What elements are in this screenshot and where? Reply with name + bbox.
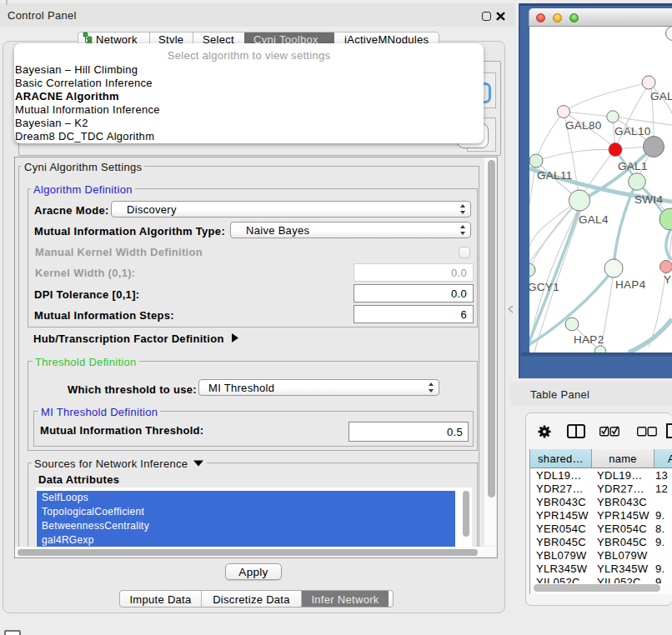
svg-text:GAL1: GAL1 bbox=[618, 160, 648, 172]
svg-text:GAL80: GAL80 bbox=[565, 119, 602, 132]
svg-text:GAL4: GAL4 bbox=[579, 213, 609, 226]
svg-text:GCY1: GCY1 bbox=[529, 281, 559, 293]
svg-text:GAL7: GAL7 bbox=[650, 90, 672, 102]
svg-text:HAP4: HAP4 bbox=[615, 278, 646, 291]
svg-text:GAL11: GAL11 bbox=[537, 169, 573, 182]
svg-text:SWI4: SWI4 bbox=[634, 193, 663, 206]
svg-text:Y: Y bbox=[664, 273, 671, 286]
svg-text:GAL10: GAL10 bbox=[614, 125, 651, 138]
svg-text:HAP2: HAP2 bbox=[574, 333, 604, 346]
